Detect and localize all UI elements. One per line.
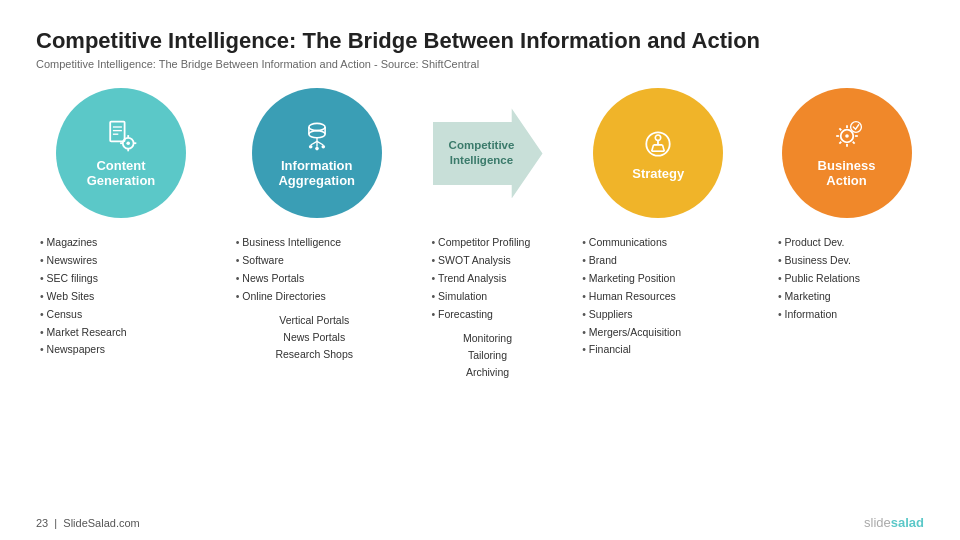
svg-line-15: [310, 141, 316, 145]
col1-bullets: Magazines Newswires SEC filings Web Site…: [36, 234, 201, 359]
gear-check-icon: [829, 118, 865, 154]
circle-content-generation: ContentGeneration: [56, 88, 186, 218]
svg-point-10: [309, 123, 325, 130]
circle-label-1: ContentGeneration: [79, 158, 164, 189]
col-content-generation: ContentGeneration: [36, 88, 206, 226]
col4-bullets: Communications Brand Marketing Position …: [578, 234, 743, 359]
list-item: Marketing: [778, 288, 920, 306]
col1-bullet-list: Magazines Newswires SEC filings Web Site…: [36, 234, 201, 359]
svg-point-20: [315, 147, 319, 151]
svg-line-34: [839, 128, 841, 130]
list-item: Market Research: [40, 324, 197, 342]
col-info-aggregation: InformationAggregation: [232, 88, 402, 226]
svg-point-13: [309, 130, 325, 137]
list-item: Web Sites: [40, 288, 197, 306]
col5-bullets: Product Dev. Business Dev. Public Relati…: [774, 234, 924, 323]
col2-below: Vertical PortalsNews PortalsResearch Sho…: [232, 312, 397, 364]
list-item: Marketing Position: [582, 270, 739, 288]
svg-point-29: [845, 134, 849, 138]
svg-line-37: [839, 142, 841, 144]
svg-line-35: [852, 142, 854, 144]
list-item: Public Relations: [778, 270, 920, 288]
svg-point-38: [850, 121, 861, 132]
list-item: Census: [40, 306, 197, 324]
list-item: SWOT Analysis: [432, 252, 544, 270]
list-item: Newspapers: [40, 341, 197, 359]
list-item: Forecasting: [432, 306, 544, 324]
svg-line-26: [663, 144, 665, 150]
footer: 23 | SlideSalad.com slidesalad: [36, 515, 924, 530]
list-item: News Portals: [236, 270, 393, 288]
database-network-icon: [299, 118, 335, 154]
list-item: Brand: [582, 252, 739, 270]
col2-bullet-list: Business Intelligence Software News Port…: [232, 234, 397, 305]
circle-label-5: BusinessAction: [810, 158, 884, 189]
col-business-action: BusinessAction: [769, 88, 924, 226]
circle-label-4: Strategy: [624, 166, 692, 182]
arrow-bullet-list: Competitor Profiling SWOT Analysis Trend…: [428, 234, 548, 323]
arrow-col-below: MonitoringTailoringArchiving: [428, 330, 548, 382]
col5-bullet-list: Product Dev. Business Dev. Public Relati…: [774, 234, 924, 323]
list-item: Simulation: [432, 288, 544, 306]
list-item: Information: [778, 306, 920, 324]
svg-rect-0: [110, 121, 124, 141]
list-item: Online Directories: [236, 288, 393, 306]
diagram-row: ContentGeneration: [36, 88, 924, 226]
list-item: Competitor Profiling: [432, 234, 544, 252]
list-item: Product Dev.: [778, 234, 920, 252]
document-gear-icon: [103, 118, 139, 154]
list-item: Communications: [582, 234, 739, 252]
svg-point-19: [321, 145, 325, 149]
list-item: Human Resources: [582, 288, 739, 306]
svg-point-18: [309, 145, 313, 149]
list-item: Business Intelligence: [236, 234, 393, 252]
svg-point-22: [656, 135, 661, 140]
page-subtitle: Competitive Intelligence: The Bridge Bet…: [36, 58, 924, 70]
arrow-col-bullets: Competitor Profiling SWOT Analysis Trend…: [428, 234, 548, 381]
col-competitive-intel: CompetitiveIntelligence: [428, 108, 548, 206]
circle-info-aggregation: InformationAggregation: [252, 88, 382, 218]
circle-strategy: Strategy: [593, 88, 723, 218]
list-item: Business Dev.: [778, 252, 920, 270]
bullets-row: Magazines Newswires SEC filings Web Site…: [36, 234, 924, 381]
slide: Competitive Intelligence: The Bridge Bet…: [0, 0, 960, 540]
col2-bullets: Business Intelligence Software News Port…: [232, 234, 397, 363]
arrow-shape: CompetitiveIntelligence: [433, 108, 543, 198]
col4-bullet-list: Communications Brand Marketing Position …: [578, 234, 743, 359]
list-item: SEC filings: [40, 270, 197, 288]
list-item: Suppliers: [582, 306, 739, 324]
svg-line-16: [317, 141, 323, 145]
svg-line-25: [652, 144, 654, 150]
list-item: Software: [236, 252, 393, 270]
circle-label-2: InformationAggregation: [270, 158, 363, 189]
brand-logo: slidesalad: [864, 515, 924, 530]
list-item: Newswires: [40, 252, 197, 270]
svg-point-5: [126, 141, 130, 145]
list-item: Magazines: [40, 234, 197, 252]
page-number: 23 | SlideSalad.com: [36, 517, 140, 529]
circle-business-action: BusinessAction: [782, 88, 912, 218]
list-item: Trend Analysis: [432, 270, 544, 288]
main-content: Competitive Intelligence: The Bridge Bet…: [36, 28, 924, 382]
col-strategy: Strategy: [573, 88, 743, 226]
page-title: Competitive Intelligence: The Bridge Bet…: [36, 28, 924, 54]
arrow-label: CompetitiveIntelligence: [447, 138, 529, 168]
list-item: Mergers/Acquisition: [582, 324, 739, 342]
chess-icon: [640, 126, 676, 162]
list-item: Financial: [582, 341, 739, 359]
